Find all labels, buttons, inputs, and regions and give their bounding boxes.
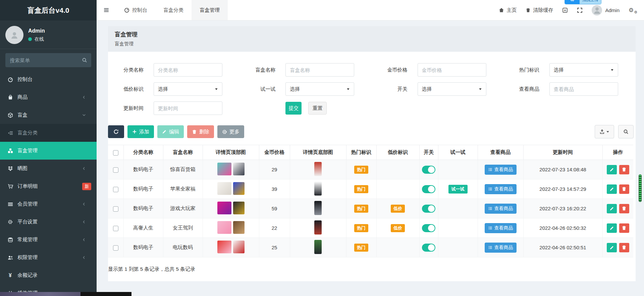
- row-checkbox[interactable]: [113, 226, 118, 231]
- cell-box-name: 游戏大玩家: [163, 199, 203, 218]
- table-row: 数码电子 电玩数码 25 热门 查看商品 2022-04-26 02:50:51: [108, 238, 633, 257]
- sidebar-item-6[interactable]: 订单明细新: [0, 177, 97, 195]
- detail-top-image: [233, 221, 245, 234]
- submit-button[interactable]: 提交: [285, 102, 302, 115]
- price-filter-label: 金币价格: [372, 67, 408, 73]
- row-edit-button[interactable]: [607, 184, 617, 194]
- home-link[interactable]: 主页: [499, 7, 517, 13]
- home-icon: [499, 7, 504, 13]
- sidebar-item-2[interactable]: 盲盒: [0, 106, 97, 124]
- cell-price: 22: [259, 218, 290, 238]
- sidebar-item-3[interactable]: 盲盒分类: [0, 124, 97, 142]
- settings-button[interactable]: ⚙⚙: [629, 7, 637, 14]
- view-goods-button[interactable]: 查看商品: [485, 204, 517, 214]
- fullscreen-button[interactable]: [577, 7, 583, 13]
- switch-toggle[interactable]: [422, 185, 435, 193]
- refresh-button[interactable]: [108, 125, 124, 138]
- row-delete-button[interactable]: [619, 243, 629, 252]
- app-root: 盲盒后台v4.0 Admin 在线 控制台商品盲盒盲盒分类盲盒管理晒图订单明细新…: [0, 0, 644, 296]
- price-filter-input[interactable]: [418, 63, 486, 77]
- switch-toggle[interactable]: [422, 166, 435, 174]
- list-icon: [7, 130, 13, 136]
- add-button[interactable]: 添加: [127, 125, 154, 138]
- bag-icon: [7, 95, 13, 100]
- clear-cache-link[interactable]: 清除缓存: [526, 7, 553, 13]
- row-delete-button[interactable]: [619, 223, 629, 233]
- sidebar-item-9[interactable]: 常规管理: [0, 231, 97, 249]
- switch-filter-select[interactable]: 选择: [418, 82, 486, 96]
- time-filter-input[interactable]: [154, 101, 222, 115]
- detail-top-image: [233, 182, 245, 195]
- navbar-avatar: [592, 5, 602, 15]
- row-delete-button[interactable]: [619, 165, 629, 174]
- records-summary: 显示第 1 到第 5 条记录，总共 5 条记录: [108, 266, 636, 272]
- trash-icon: [622, 186, 627, 192]
- switch-toggle[interactable]: [422, 244, 435, 252]
- cell-updated-time: 2022-04-26 02:50:32: [523, 218, 602, 238]
- page-subtitle: 盲盒管理: [115, 41, 629, 47]
- more-button[interactable]: 更多: [217, 125, 244, 138]
- view-goods-button[interactable]: 查看商品: [485, 223, 517, 233]
- tab-盲盒分类[interactable]: 盲盒分类: [155, 0, 192, 20]
- sidebar-toggle-button[interactable]: [97, 0, 116, 20]
- sidebar: 盲盒后台v4.0 Admin 在线 控制台商品盲盒盲盒分类盲盒管理晒图订单明细新…: [0, 0, 97, 296]
- drag-upload-chip[interactable]: ∞ 拖拽上传: [565, 0, 601, 4]
- cell-category: 数码电子: [123, 160, 163, 179]
- sidebar-item-label: 权限管理: [17, 254, 81, 261]
- cell-bottom-image: [290, 218, 346, 238]
- page-scrollbar[interactable]: [639, 174, 642, 202]
- sidebar-item-5[interactable]: 晒图: [0, 160, 97, 177]
- row-checkbox[interactable]: [113, 206, 118, 212]
- view-goods-button[interactable]: 查看商品: [485, 243, 517, 253]
- row-edit-button[interactable]: [607, 204, 617, 213]
- user-menu[interactable]: Admin: [592, 5, 620, 15]
- select-all-checkbox[interactable]: [113, 150, 118, 156]
- page-header: 盲盒管理 盲盒管理: [108, 26, 636, 52]
- name-filter-input[interactable]: [285, 63, 354, 77]
- row-checkbox[interactable]: [113, 187, 118, 192]
- row-edit-button[interactable]: [607, 243, 617, 252]
- category-filter-input[interactable]: [154, 63, 222, 77]
- try-filter-select[interactable]: 选择: [285, 82, 354, 96]
- view-goods-button[interactable]: 查看商品: [485, 165, 517, 175]
- column-header: 热门标识: [346, 145, 376, 160]
- detail-top-image: [217, 241, 231, 253]
- row-delete-button[interactable]: [619, 184, 629, 194]
- chevron-left-icon: [81, 220, 87, 224]
- sidebar-item-11[interactable]: ¥余额记录: [0, 266, 97, 284]
- cell-bottom-image: [290, 238, 346, 257]
- language-button[interactable]: A: [562, 7, 568, 13]
- row-delete-button[interactable]: [619, 204, 629, 213]
- tab-控制台[interactable]: 控制台: [116, 0, 155, 20]
- column-header: 盲盒名称: [163, 145, 203, 160]
- row-edit-button[interactable]: [607, 223, 617, 233]
- trash-icon: [622, 167, 627, 172]
- search-toggle-button[interactable]: [618, 125, 634, 138]
- sidebar-item-10[interactable]: 权限管理: [0, 249, 97, 266]
- tab-盲盒管理[interactable]: 盲盒管理: [192, 0, 228, 20]
- row-edit-button[interactable]: [607, 165, 617, 174]
- sidebar-item-0[interactable]: 控制台: [0, 71, 97, 88]
- sidebar-item-7[interactable]: 会员管理: [0, 195, 97, 213]
- sidebar-item-1[interactable]: 商品: [0, 88, 97, 106]
- view-goods-button[interactable]: 查看商品: [485, 184, 517, 194]
- goods-filter-input[interactable]: [549, 82, 618, 96]
- row-checkbox[interactable]: [113, 245, 118, 251]
- sidebar-item-label: 平台设置: [17, 219, 81, 225]
- low-price-badge: 低价: [391, 205, 405, 213]
- table-icon: [7, 202, 13, 207]
- row-checkbox[interactable]: [113, 167, 118, 173]
- hot-filter-select[interactable]: 选择: [549, 63, 618, 77]
- edit-button[interactable]: 编辑: [157, 125, 184, 138]
- low-filter-select[interactable]: 选择: [154, 82, 222, 96]
- switch-toggle[interactable]: [422, 205, 435, 213]
- sidebar-search-input[interactable]: [5, 53, 91, 67]
- sidebar-item-4[interactable]: 盲盒管理: [0, 142, 97, 160]
- sidebar-item-8[interactable]: 平台设置: [0, 213, 97, 231]
- trash-icon: [622, 206, 627, 211]
- delete-button[interactable]: 删除: [187, 125, 214, 138]
- switch-toggle[interactable]: [422, 224, 435, 232]
- reset-button[interactable]: 重置: [308, 102, 327, 115]
- sidebar-item-label: 晒图: [17, 165, 81, 172]
- export-button[interactable]: [595, 125, 614, 138]
